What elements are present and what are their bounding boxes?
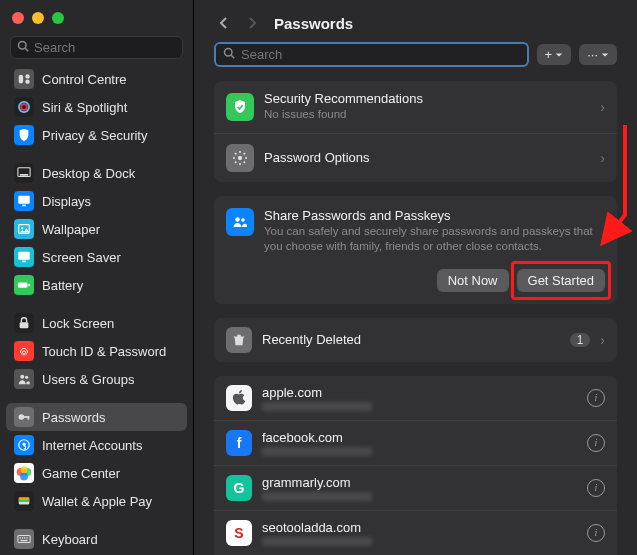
svg-point-41	[235, 217, 239, 221]
close-window-button[interactable]	[12, 12, 24, 24]
password-username-redacted	[262, 492, 372, 501]
sidebar-item-icon	[14, 491, 34, 511]
site-icon: G	[226, 475, 252, 501]
more-button[interactable]: ···	[579, 44, 617, 65]
info-button[interactable]: i	[587, 479, 605, 497]
main-content: Passwords + ··· Security Recommendations…	[194, 0, 637, 555]
sidebar-item-icon	[14, 369, 34, 389]
password-row[interactable]: apple.comi	[214, 376, 617, 420]
info-button[interactable]: i	[587, 434, 605, 452]
password-options-title: Password Options	[264, 150, 590, 165]
search-toolbar: + ···	[214, 42, 617, 67]
site-icon: S	[226, 520, 252, 546]
sidebar-item[interactable]: Siri & Spotlight	[6, 93, 187, 121]
forward-button[interactable]	[244, 14, 262, 32]
search-icon	[17, 40, 29, 55]
security-recommendations-sub: No issues found	[264, 107, 590, 123]
sidebar-item-icon	[14, 529, 34, 549]
sidebar-search-input[interactable]	[34, 40, 202, 55]
people-icon	[226, 208, 254, 236]
gear-icon	[226, 144, 254, 172]
info-button[interactable]: i	[587, 524, 605, 542]
info-button[interactable]: i	[587, 389, 605, 407]
svg-rect-35	[24, 537, 25, 538]
sidebar-item-label: Game Center	[42, 466, 120, 481]
header: Passwords	[214, 0, 617, 42]
sidebar-item-label: Keyboard	[42, 532, 98, 547]
sidebar-item[interactable]: Users & Groups	[6, 365, 187, 393]
password-username-redacted	[262, 402, 372, 411]
shield-check-icon	[226, 93, 254, 121]
main-search[interactable]	[214, 42, 529, 67]
sidebar-item[interactable]: Internet Accounts	[6, 431, 187, 459]
svg-rect-31	[19, 500, 30, 502]
sidebar-item[interactable]: Wallpaper	[6, 215, 187, 243]
svg-rect-13	[18, 252, 29, 260]
svg-point-18	[20, 375, 24, 379]
sidebar-item[interactable]: Game Center	[6, 459, 187, 487]
security-recommendations-row[interactable]: Security Recommendations No issues found…	[214, 81, 617, 133]
sidebar-item-icon	[14, 219, 34, 239]
sidebar-item[interactable]: Control Centre	[6, 65, 187, 93]
svg-rect-9	[18, 196, 29, 204]
svg-rect-8	[20, 174, 29, 176]
sidebar-item[interactable]: Desktop & Dock	[6, 159, 187, 187]
sidebar-item-icon	[14, 407, 34, 427]
security-recommendations-title: Security Recommendations	[264, 91, 590, 106]
svg-point-42	[241, 218, 245, 222]
share-passwords-desc: You can safely and securely share passwo…	[264, 224, 605, 255]
sidebar-item[interactable]: Lock Screen	[6, 309, 187, 337]
password-row[interactable]: Sseotooladda.comi	[214, 510, 617, 555]
sidebar-item-icon	[14, 191, 34, 211]
svg-point-0	[19, 42, 27, 50]
svg-rect-1	[19, 75, 23, 84]
svg-rect-17	[20, 322, 29, 328]
sidebar-item[interactable]: Touch ID & Password	[6, 337, 187, 365]
sidebar-item[interactable]: Screen Saver	[6, 243, 187, 271]
sidebar-item[interactable]: Keyboard	[6, 525, 187, 553]
back-button[interactable]	[214, 14, 232, 32]
trash-icon	[226, 327, 252, 353]
svg-rect-37	[21, 540, 28, 541]
sidebar-item-label: Lock Screen	[42, 316, 114, 331]
svg-rect-34	[22, 537, 23, 538]
sidebar-item-label: Displays	[42, 194, 91, 209]
security-card: Security Recommendations No issues found…	[214, 81, 617, 182]
password-domain: facebook.com	[262, 430, 577, 445]
svg-point-12	[21, 227, 23, 229]
svg-rect-10	[22, 205, 26, 207]
sidebar-item-label: Battery	[42, 278, 83, 293]
sidebar-item-label: Privacy & Security	[42, 128, 147, 143]
sidebar-item[interactable]: Passwords	[6, 403, 187, 431]
svg-rect-15	[18, 282, 28, 287]
password-options-row[interactable]: Password Options ›	[214, 133, 617, 182]
sidebar-item[interactable]: Battery	[6, 271, 187, 299]
sidebar-item[interactable]: Displays	[6, 187, 187, 215]
ellipsis-icon: ···	[587, 47, 598, 62]
sidebar-item-label: Passwords	[42, 410, 106, 425]
sidebar-item-label: Users & Groups	[42, 372, 134, 387]
not-now-button[interactable]: Not Now	[437, 269, 509, 292]
sidebar-item[interactable]: Wallet & Apple Pay	[6, 487, 187, 515]
sidebar-item[interactable]: Privacy & Security	[6, 121, 187, 149]
svg-point-28	[21, 466, 28, 473]
recently-deleted-row[interactable]: Recently Deleted 1 ›	[214, 318, 617, 362]
sidebar: Control CentreSiri & SpotlightPrivacy & …	[0, 0, 194, 555]
svg-point-24	[22, 443, 25, 446]
fullscreen-window-button[interactable]	[52, 12, 64, 24]
chevron-right-icon: ›	[600, 99, 605, 115]
recently-deleted-card: Recently Deleted 1 ›	[214, 318, 617, 362]
svg-point-19	[25, 376, 28, 379]
password-row[interactable]: Ggrammarly.comi	[214, 465, 617, 510]
sidebar-item-icon	[14, 125, 34, 145]
get-started-button[interactable]: Get Started	[517, 269, 605, 292]
password-row[interactable]: ffacebook.comi	[214, 420, 617, 465]
main-search-input[interactable]	[241, 47, 520, 62]
add-password-button[interactable]: +	[537, 44, 572, 65]
sidebar-item-label: Wallpaper	[42, 222, 100, 237]
sidebar-list: Control CentreSiri & SpotlightPrivacy & …	[0, 65, 193, 555]
sidebar-item-label: Wallet & Apple Pay	[42, 494, 152, 509]
sidebar-search[interactable]	[10, 36, 183, 59]
minimize-window-button[interactable]	[32, 12, 44, 24]
site-icon	[226, 385, 252, 411]
